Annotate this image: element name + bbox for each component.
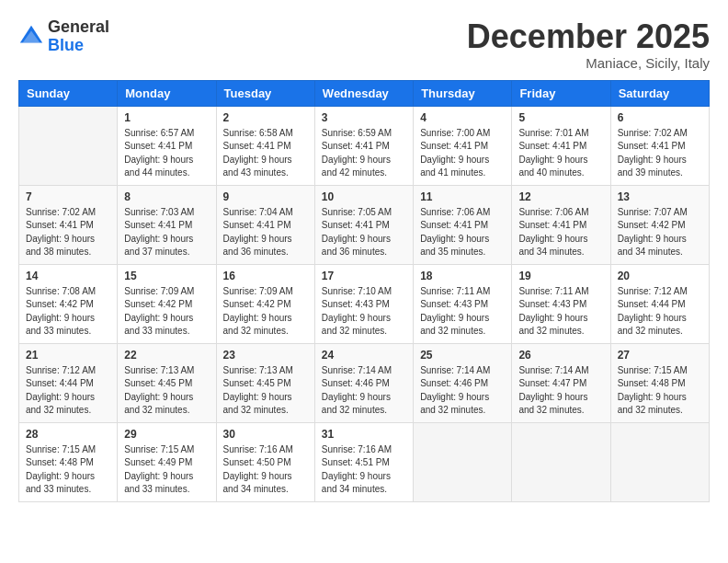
calendar-cell: 18Sunrise: 7:11 AMSunset: 4:43 PMDayligh…	[414, 264, 512, 343]
day-of-week-header: Saturday	[610, 80, 709, 106]
day-number: 20	[618, 270, 702, 282]
calendar-week-row: 7Sunrise: 7:02 AMSunset: 4:41 PMDaylight…	[19, 185, 710, 264]
calendar-week-row: 1Sunrise: 6:57 AMSunset: 4:41 PMDaylight…	[19, 106, 710, 185]
day-number: 16	[223, 270, 308, 282]
location: Maniace, Sicily, Italy	[467, 55, 710, 71]
day-of-week-header: Friday	[512, 80, 610, 106]
day-number: 11	[420, 190, 505, 203]
calendar-cell: 15Sunrise: 7:09 AMSunset: 4:42 PMDayligh…	[118, 264, 216, 343]
calendar-cell	[512, 422, 610, 501]
day-info: Sunrise: 7:14 AMSunset: 4:46 PMDaylight:…	[322, 364, 406, 418]
calendar-cell: 4Sunrise: 7:00 AMSunset: 4:41 PMDaylight…	[414, 106, 512, 185]
day-info: Sunrise: 7:00 AMSunset: 4:41 PMDaylight:…	[420, 127, 505, 180]
day-info: Sunrise: 7:11 AMSunset: 4:43 PMDaylight:…	[420, 285, 505, 339]
calendar-cell: 5Sunrise: 7:01 AMSunset: 4:41 PMDaylight…	[512, 106, 610, 185]
page-header: General Blue December 2025 Maniace, Sici…	[18, 18, 710, 71]
day-info: Sunrise: 7:01 AMSunset: 4:41 PMDaylight:…	[518, 127, 603, 180]
day-info: Sunrise: 7:04 AMSunset: 4:41 PMDaylight:…	[223, 206, 308, 259]
day-info: Sunrise: 7:15 AMSunset: 4:48 PMDaylight:…	[26, 443, 110, 497]
calendar-cell: 14Sunrise: 7:08 AMSunset: 4:42 PMDayligh…	[19, 264, 118, 343]
day-number: 8	[124, 190, 209, 203]
calendar-cell: 29Sunrise: 7:15 AMSunset: 4:49 PMDayligh…	[118, 422, 216, 501]
day-info: Sunrise: 7:03 AMSunset: 4:41 PMDaylight:…	[124, 206, 209, 259]
day-number: 26	[518, 349, 603, 362]
day-number: 9	[223, 190, 308, 203]
day-info: Sunrise: 6:57 AMSunset: 4:41 PMDaylight:…	[124, 127, 209, 180]
day-number: 24	[322, 349, 406, 362]
calendar-cell: 25Sunrise: 7:14 AMSunset: 4:46 PMDayligh…	[414, 343, 512, 422]
day-number: 6	[618, 111, 702, 124]
calendar-cell: 26Sunrise: 7:14 AMSunset: 4:47 PMDayligh…	[512, 343, 610, 422]
day-info: Sunrise: 7:06 AMSunset: 4:41 PMDaylight:…	[420, 206, 505, 259]
day-number: 21	[26, 349, 110, 362]
day-number: 17	[322, 270, 406, 282]
day-number: 1	[124, 111, 209, 124]
calendar-cell: 8Sunrise: 7:03 AMSunset: 4:41 PMDaylight…	[118, 185, 216, 264]
day-number: 14	[26, 270, 110, 282]
day-info: Sunrise: 7:02 AMSunset: 4:41 PMDaylight:…	[26, 206, 110, 259]
calendar-cell: 23Sunrise: 7:13 AMSunset: 4:45 PMDayligh…	[216, 343, 314, 422]
day-number: 19	[518, 270, 603, 282]
calendar-cell: 27Sunrise: 7:15 AMSunset: 4:48 PMDayligh…	[610, 343, 709, 422]
calendar-cell: 10Sunrise: 7:05 AMSunset: 4:41 PMDayligh…	[314, 185, 413, 264]
day-info: Sunrise: 7:05 AMSunset: 4:41 PMDaylight:…	[322, 206, 406, 259]
day-number: 2	[223, 111, 308, 124]
day-info: Sunrise: 7:16 AMSunset: 4:50 PMDaylight:…	[223, 443, 308, 497]
day-info: Sunrise: 7:06 AMSunset: 4:41 PMDaylight:…	[518, 206, 603, 259]
day-number: 22	[124, 349, 209, 362]
day-number: 18	[420, 270, 505, 282]
day-of-week-header: Wednesday	[314, 80, 413, 106]
logo: General Blue	[18, 18, 109, 55]
calendar-cell: 6Sunrise: 7:02 AMSunset: 4:41 PMDaylight…	[610, 106, 709, 185]
calendar-cell: 1Sunrise: 6:57 AMSunset: 4:41 PMDaylight…	[118, 106, 216, 185]
day-number: 7	[26, 190, 110, 203]
title-block: December 2025 Maniace, Sicily, Italy	[467, 18, 710, 71]
calendar-cell: 28Sunrise: 7:15 AMSunset: 4:48 PMDayligh…	[19, 422, 118, 501]
day-of-week-header: Thursday	[414, 80, 512, 106]
day-number: 13	[618, 190, 702, 203]
calendar-week-row: 28Sunrise: 7:15 AMSunset: 4:48 PMDayligh…	[19, 422, 710, 501]
calendar-cell: 13Sunrise: 7:07 AMSunset: 4:42 PMDayligh…	[610, 185, 709, 264]
day-info: Sunrise: 7:14 AMSunset: 4:46 PMDaylight:…	[420, 364, 505, 418]
calendar-cell	[414, 422, 512, 501]
calendar-cell	[19, 106, 118, 185]
day-number: 12	[518, 190, 603, 203]
day-info: Sunrise: 7:13 AMSunset: 4:45 PMDaylight:…	[124, 364, 209, 418]
day-info: Sunrise: 7:09 AMSunset: 4:42 PMDaylight:…	[124, 285, 209, 339]
calendar-cell: 20Sunrise: 7:12 AMSunset: 4:44 PMDayligh…	[610, 264, 709, 343]
calendar-cell: 19Sunrise: 7:11 AMSunset: 4:43 PMDayligh…	[512, 264, 610, 343]
day-info: Sunrise: 7:07 AMSunset: 4:42 PMDaylight:…	[618, 206, 702, 259]
day-info: Sunrise: 7:15 AMSunset: 4:49 PMDaylight:…	[124, 443, 209, 497]
calendar-cell: 31Sunrise: 7:16 AMSunset: 4:51 PMDayligh…	[314, 422, 413, 501]
day-info: Sunrise: 7:16 AMSunset: 4:51 PMDaylight:…	[322, 443, 406, 497]
calendar-cell: 21Sunrise: 7:12 AMSunset: 4:44 PMDayligh…	[19, 343, 118, 422]
logo-icon	[18, 24, 44, 50]
day-number: 27	[618, 349, 702, 362]
calendar-cell: 24Sunrise: 7:14 AMSunset: 4:46 PMDayligh…	[314, 343, 413, 422]
day-info: Sunrise: 7:10 AMSunset: 4:43 PMDaylight:…	[322, 285, 406, 339]
day-info: Sunrise: 7:09 AMSunset: 4:42 PMDaylight:…	[223, 285, 308, 339]
day-info: Sunrise: 7:14 AMSunset: 4:47 PMDaylight:…	[518, 364, 603, 418]
calendar-cell: 2Sunrise: 6:58 AMSunset: 4:41 PMDaylight…	[216, 106, 314, 185]
calendar-cell: 9Sunrise: 7:04 AMSunset: 4:41 PMDaylight…	[216, 185, 314, 264]
day-info: Sunrise: 7:15 AMSunset: 4:48 PMDaylight:…	[618, 364, 702, 418]
day-number: 30	[223, 428, 308, 441]
day-of-week-header: Monday	[118, 80, 216, 106]
calendar-week-row: 21Sunrise: 7:12 AMSunset: 4:44 PMDayligh…	[19, 343, 710, 422]
day-number: 15	[124, 270, 209, 282]
calendar-header-row: SundayMondayTuesdayWednesdayThursdayFrid…	[19, 80, 710, 106]
day-of-week-header: Sunday	[19, 80, 118, 106]
day-of-week-header: Tuesday	[216, 80, 314, 106]
calendar-cell: 16Sunrise: 7:09 AMSunset: 4:42 PMDayligh…	[216, 264, 314, 343]
day-info: Sunrise: 6:58 AMSunset: 4:41 PMDaylight:…	[223, 127, 308, 180]
day-number: 3	[322, 111, 406, 124]
day-info: Sunrise: 6:59 AMSunset: 4:41 PMDaylight:…	[322, 127, 406, 180]
day-info: Sunrise: 7:02 AMSunset: 4:41 PMDaylight:…	[618, 127, 702, 180]
day-number: 10	[322, 190, 406, 203]
calendar-cell	[610, 422, 709, 501]
day-number: 28	[26, 428, 110, 441]
day-number: 4	[420, 111, 505, 124]
day-number: 29	[124, 428, 209, 441]
day-info: Sunrise: 7:08 AMSunset: 4:42 PMDaylight:…	[26, 285, 110, 339]
day-number: 31	[322, 428, 406, 441]
